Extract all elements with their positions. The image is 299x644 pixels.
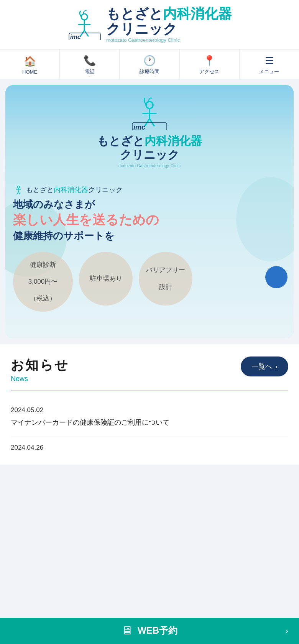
- news-list-button[interactable]: 一覧へ ›: [241, 356, 288, 376]
- news-date-0: 2024.05.02: [11, 406, 288, 414]
- news-section: お知らせ News 一覧へ › 2024.05.02 マイナンバーカードの健康保…: [0, 344, 299, 465]
- hero-logo-sub: motozato Gastroenterology Clinic: [118, 163, 181, 168]
- nav-phone[interactable]: 📞 電話: [60, 49, 120, 79]
- svg-point-7: [146, 102, 153, 108]
- svg-line-11: [150, 119, 154, 126]
- clinic-small-icon: [13, 185, 24, 195]
- tagline-2: 楽しい人生を送るための: [13, 212, 286, 228]
- news-title-jp: お知らせ: [11, 356, 69, 374]
- site-header: imc もとざと内科消化器クリニック motozato Gastroentero…: [0, 0, 299, 49]
- location-icon: 📍: [203, 55, 215, 67]
- hero-teal: 内科消化器: [145, 135, 202, 147]
- svg-line-18: [18, 192, 20, 194]
- svg-point-14: [17, 186, 20, 188]
- news-title-group: お知らせ News: [11, 356, 69, 383]
- hero-logo-icon: imc: [130, 97, 169, 130]
- web-yoyaku-arrow-icon: ›: [286, 626, 288, 635]
- news-item-0[interactable]: 2024.05.02 マイナンバーカードの健康保険証のご利用について: [11, 399, 288, 436]
- web-yoyaku-bar[interactable]: 🖥 WEB予約 ›: [0, 618, 299, 644]
- svg-text:imc: imc: [70, 34, 81, 40]
- svg-line-17: [17, 192, 18, 194]
- nav-access-label: アクセス: [199, 68, 219, 75]
- nav-hours-label: 診療時間: [140, 68, 159, 75]
- svg-text:imc: imc: [133, 123, 145, 130]
- tagline-1: 地域のみなさまが: [13, 198, 286, 211]
- tagline-3: 健康維持のサポートを: [13, 229, 286, 243]
- hero-container: imc もとざと内科消化器クリニック motozato Gastroentero…: [5, 85, 294, 338]
- hero-prefix: もとざと: [97, 135, 145, 147]
- home-icon: 🏠: [24, 56, 36, 67]
- monitor-icon: 🖥: [122, 624, 133, 637]
- logo-suffix: クリニック: [106, 21, 177, 37]
- logo-main-text: もとざと内科消化器クリニック: [106, 6, 232, 36]
- news-text-0: マイナンバーカードの健康保険証のご利用について: [11, 417, 288, 428]
- news-date-1: 2024.04.26: [11, 444, 288, 452]
- hero-suffix: クリニック: [120, 148, 179, 161]
- web-yoyaku-label: WEB予約: [138, 624, 177, 637]
- news-header: お知らせ News 一覧へ ›: [11, 356, 288, 383]
- hamburger-icon: ☰: [265, 55, 274, 67]
- clinic-name-small: もとざと内科消化器クリニック: [26, 185, 123, 194]
- nav-phone-label: 電話: [85, 68, 95, 75]
- main-nav: 🏠 HOME 📞 電話 🕐 診療時間 📍 アクセス ☰ メニュー: [0, 49, 299, 79]
- svg-point-0: [81, 14, 87, 20]
- news-title-en: News: [11, 375, 69, 383]
- phone-icon: 📞: [84, 55, 96, 67]
- logo-teal: 内科消化器: [163, 6, 232, 21]
- nav-access[interactable]: 📍 アクセス: [180, 49, 240, 79]
- clinic-name-line: もとざと内科消化器クリニック: [13, 185, 286, 195]
- logo-area: imc もとざと内科消化器クリニック motozato Gastroentero…: [67, 6, 232, 43]
- clock-icon: 🕐: [143, 55, 156, 67]
- news-divider: [11, 391, 288, 391]
- nav-hours[interactable]: 🕐 診療時間: [120, 49, 179, 79]
- feature-circles: 健康診断 3,000円〜 （税込） 駐車場あり バリアフリー 設計: [13, 252, 286, 312]
- nav-home-label: HOME: [22, 69, 37, 75]
- news-btn-label: 一覧へ: [251, 362, 272, 371]
- hero-bottom: もとざと内科消化器クリニック 地域のみなさまが 楽しい人生を送るための 健康維持…: [5, 177, 294, 338]
- nav-menu-label: メニュー: [259, 68, 279, 75]
- logo-prefix: もとざと: [106, 6, 163, 21]
- feature-barrier-free: バリアフリー 設計: [139, 252, 192, 306]
- feature-health-checkup: 健康診断 3,000円〜 （税込）: [13, 252, 73, 312]
- nav-menu[interactable]: ☰ メニュー: [240, 49, 299, 79]
- hero-top: imc もとざと内科消化器クリニック motozato Gastroentero…: [5, 85, 294, 177]
- bottom-spacer: [0, 465, 299, 495]
- hero-logo-text: もとざと内科消化器クリニック: [97, 134, 202, 162]
- news-btn-arrow-icon: ›: [275, 363, 278, 371]
- news-item-1[interactable]: 2024.04.26: [11, 436, 288, 455]
- svg-line-10: [145, 119, 150, 126]
- logo-subtitle: motozato Gastroenterology Clinic: [106, 37, 232, 43]
- feature-parking: 駐車場あり: [79, 252, 133, 306]
- nav-home[interactable]: 🏠 HOME: [0, 49, 60, 79]
- logo-text: もとざと内科消化器クリニック motozato Gastroenterology…: [106, 6, 232, 43]
- logo-icon: imc: [67, 9, 102, 40]
